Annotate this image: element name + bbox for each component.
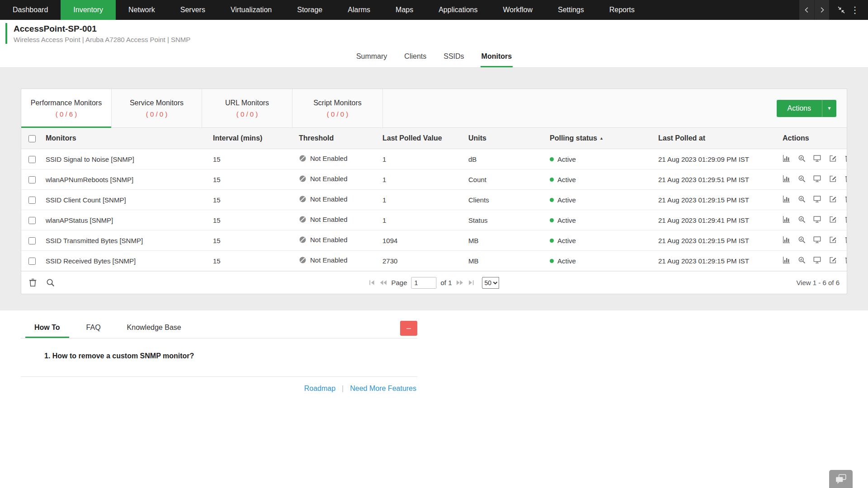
threshold-value: Not Enabled — [310, 155, 348, 162]
nav-item[interactable]: Applications — [426, 0, 490, 20]
nav-item-label: Applications — [439, 6, 477, 14]
nav-item[interactable]: Maps — [383, 0, 426, 20]
edit-icon[interactable] — [829, 256, 837, 264]
pagination-first-icon[interactable] — [368, 279, 375, 286]
edit-icon[interactable] — [829, 195, 837, 203]
chart-icon[interactable] — [783, 256, 790, 264]
page-tab[interactable]: Summary — [355, 47, 388, 67]
nav-item[interactable]: Workflow — [490, 0, 545, 20]
last-polled-at-value: 21 Aug 2023 01:29:51 PM IST — [654, 169, 778, 190]
monitor-type-tabs: Performance Monitors ( 0 / 6 ) Service M… — [21, 89, 847, 128]
analyze-icon[interactable] — [798, 256, 806, 264]
select-all-checkbox[interactable] — [28, 135, 36, 142]
delete-icon[interactable] — [844, 155, 847, 162]
help-tab[interactable]: Knowledge Base — [118, 319, 190, 338]
monitor-icon[interactable] — [813, 175, 821, 183]
chevron-right-icon[interactable] — [814, 0, 829, 20]
nav-item[interactable]: Inventory — [61, 0, 116, 20]
help-tab[interactable]: How To — [25, 319, 69, 338]
monitor-type-tab[interactable]: Performance Monitors ( 0 / 6 ) — [21, 89, 112, 127]
monitor-icon[interactable] — [813, 155, 821, 162]
page-size-select[interactable]: 50 — [482, 277, 500, 289]
pagination-prev-icon[interactable] — [379, 279, 387, 286]
chart-icon[interactable] — [783, 236, 790, 244]
edit-icon[interactable] — [829, 175, 837, 183]
delete-icon[interactable] — [844, 216, 847, 223]
help-tabs: How To FAQ Knowledge Base − — [21, 319, 417, 338]
search-icon[interactable] — [46, 278, 55, 287]
nav-item[interactable]: Dashboard — [0, 0, 61, 20]
delete-icon[interactable] — [844, 256, 847, 264]
pagination-last-icon[interactable] — [468, 279, 475, 286]
page-input[interactable] — [411, 277, 437, 289]
row-checkbox[interactable] — [28, 176, 36, 183]
collapse-icon[interactable] — [835, 0, 848, 20]
delete-icon[interactable] — [844, 236, 847, 244]
units-value: Count — [464, 169, 545, 190]
chat-button[interactable] — [829, 470, 853, 488]
nav-item[interactable]: Alarms — [335, 0, 383, 20]
monitor-icon[interactable] — [813, 216, 821, 223]
actions-button[interactable]: Actions ▼ — [777, 100, 836, 117]
chart-icon[interactable] — [783, 195, 790, 203]
monitor-type-tab[interactable]: URL Monitors ( 0 / 0 ) — [202, 89, 292, 127]
edit-icon[interactable] — [829, 155, 837, 162]
monitor-type-tab[interactable]: Script Monitors ( 0 / 0 ) — [292, 89, 383, 127]
monitor-icon[interactable] — [813, 256, 821, 264]
chart-icon[interactable] — [783, 175, 790, 183]
interval-value: 15 — [208, 149, 294, 169]
nav-item[interactable]: Network — [116, 0, 168, 20]
need-more-features-link[interactable]: Need More Features — [350, 385, 416, 393]
page-tab[interactable]: SSIDs — [443, 47, 465, 67]
help-tab[interactable]: FAQ — [77, 319, 110, 338]
monitor-name: SSID Client Count [SNMP] — [41, 190, 208, 210]
col-header-units: Units — [464, 128, 545, 149]
col-header-polling-status[interactable]: Polling status▲ — [545, 128, 654, 149]
monitor-type-tab[interactable]: Service Monitors ( 0 / 0 ) — [112, 89, 202, 127]
top-navbar: Dashboard Inventory Network Servers Virt… — [0, 0, 868, 20]
row-checkbox[interactable] — [28, 217, 36, 224]
analyze-icon[interactable] — [798, 236, 806, 244]
nav-right-controls: ⋮ — [799, 0, 868, 20]
nav-item[interactable]: Reports — [597, 0, 647, 20]
roadmap-link[interactable]: Roadmap — [304, 385, 335, 393]
bulk-delete-icon[interactable] — [28, 278, 37, 287]
monitor-icon[interactable] — [813, 236, 821, 244]
nav-item[interactable]: Servers — [168, 0, 218, 20]
chevron-left-icon[interactable] — [799, 0, 814, 20]
analyze-icon[interactable] — [798, 175, 806, 183]
last-polled-value: 2730 — [378, 251, 464, 271]
nav-item[interactable]: Settings — [545, 0, 597, 20]
row-checkbox[interactable] — [28, 237, 36, 244]
pagination-next-icon[interactable] — [456, 279, 464, 286]
monitor-name: wlanAPNumReboots [SNMP] — [41, 169, 208, 190]
nav-item[interactable]: Virtualization — [218, 0, 284, 20]
row-checkbox[interactable] — [28, 258, 36, 265]
delete-icon[interactable] — [844, 175, 847, 183]
page-tab[interactable]: Clients — [403, 47, 427, 67]
collapse-widget-button[interactable]: − — [400, 321, 417, 336]
page-tab[interactable]: Monitors — [481, 47, 513, 67]
row-checkbox[interactable] — [28, 197, 36, 204]
units-value: dB — [464, 149, 545, 169]
units-value: MB — [464, 251, 545, 271]
help-question-link[interactable]: 1. How to remove a custom SNMP monitor? — [21, 338, 417, 376]
analyze-icon[interactable] — [798, 216, 806, 223]
monitor-tab-count: ( 0 / 6 ) — [56, 110, 77, 118]
nav-item[interactable]: Storage — [284, 0, 335, 20]
monitor-icon[interactable] — [813, 195, 821, 203]
minus-icon: − — [406, 324, 411, 333]
chart-icon[interactable] — [783, 216, 790, 223]
interval-value: 15 — [208, 190, 294, 210]
edit-icon[interactable] — [829, 236, 837, 244]
chart-icon[interactable] — [783, 155, 790, 162]
delete-icon[interactable] — [844, 195, 847, 203]
interval-value: 15 — [208, 210, 294, 230]
row-checkbox[interactable] — [28, 156, 36, 163]
more-options-icon[interactable]: ⋮ — [848, 0, 862, 20]
device-accent-bar — [5, 23, 7, 44]
analyze-icon[interactable] — [798, 155, 806, 162]
lower-content: How To FAQ Knowledge Base − 1. How to re… — [0, 310, 868, 400]
analyze-icon[interactable] — [798, 195, 806, 203]
edit-icon[interactable] — [829, 216, 837, 223]
